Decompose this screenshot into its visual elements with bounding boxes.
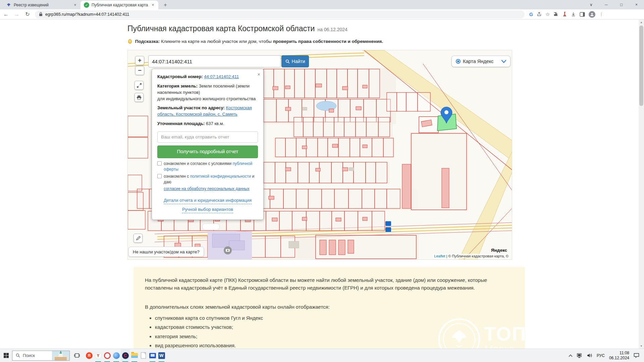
taskbar-app-notepad[interactable] <box>139 349 148 362</box>
search-highlight-image[interactable] <box>52 351 69 360</box>
page-title-text: Публичная кадастровая карта Костромской … <box>127 24 315 33</box>
task-view-button[interactable] <box>72 349 82 362</box>
back-button[interactable]: ← <box>1 10 11 19</box>
address-bar[interactable]: egrp365.ru/map/?kadnum=44:07:141402:411 <box>35 10 525 18</box>
measure-pencil-button[interactable] <box>133 234 143 243</box>
language-indicator[interactable]: РУС <box>597 353 605 358</box>
close-button[interactable]: × <box>629 0 644 9</box>
volume-icon[interactable] <box>587 353 592 358</box>
report-details-link[interactable]: Детали отчета и юридическая информация <box>164 197 252 204</box>
find-button[interactable]: Найти <box>281 55 309 67</box>
tab-close-icon[interactable]: × <box>72 2 78 8</box>
folder-icon <box>131 353 138 358</box>
yandex-watermark: Яндекс <box>491 248 507 253</box>
taskbar-clock[interactable]: 11:08 06.12.2024 <box>609 351 629 361</box>
parcel-info-popup: × Кадастровый номер: 44:07:141402:411 Ка… <box>152 69 264 220</box>
hint-lamp-icon <box>128 39 132 44</box>
download-icon[interactable] <box>571 12 576 17</box>
system-tray: РУС 11:08 06.12.2024 <box>569 351 644 361</box>
chevron-down-icon <box>501 60 506 63</box>
info-paragraph-2: В дополнительных слоях земельной кадастр… <box>145 303 514 311</box>
share-icon[interactable] <box>537 12 542 17</box>
privacy-link[interactable]: политикой конфиденциальности <box>190 174 251 179</box>
tab-search-chevron-icon[interactable]: ∨ <box>584 0 599 9</box>
info-box: На публичной кадастровой карте (ПКК) Кос… <box>133 267 525 349</box>
bookmark-star-icon[interactable]: ☆ <box>545 11 550 17</box>
tab-title: Публичная кадастровая карта К <box>92 3 148 7</box>
scroll-up-arrow[interactable]: ▲ <box>639 19 644 25</box>
taskbar-app-atom-browser[interactable] <box>112 349 121 362</box>
printer-icon <box>137 95 142 100</box>
rosreestr-emblem-icon <box>6 2 11 8</box>
side-panel-icon[interactable] <box>580 12 585 17</box>
google-icon[interactable]: G <box>529 12 533 17</box>
page-title-date: на 06.12.2024 <box>317 27 347 32</box>
reload-button[interactable]: ↻ <box>23 10 32 19</box>
taskbar-app-viewer[interactable] <box>148 349 157 362</box>
taskbar-app-file-explorer[interactable] <box>130 349 139 362</box>
kadnum-label: Кадастровый номер: <box>157 74 203 79</box>
offer-consent-row: ознакомлен и согласен с условиями публич… <box>157 161 258 173</box>
window-controls: ∨ ─ □ × <box>584 0 644 9</box>
minimize-button[interactable]: ─ <box>599 0 614 9</box>
map-search-input[interactable] <box>148 55 281 67</box>
layer-selector[interactable]: Карта Яндекс <box>451 56 511 67</box>
tray-chevron-icon[interactable] <box>569 354 573 357</box>
leaflet-link[interactable]: Leaflet <box>434 254 445 258</box>
personal-data-link[interactable]: согласие на обработку персональных данны… <box>164 186 258 192</box>
not-found-tooltip[interactable]: Не нашли участок/дом на карте? <box>128 247 204 257</box>
page-content: Публичная кадастровая карта Костромской … <box>0 19 644 349</box>
tab-kadastr-map[interactable]: ✓ Публичная кадастровая карта К × <box>80 1 158 9</box>
radio-selected-icon <box>456 59 461 64</box>
kadnum-link[interactable]: 44:07:141402:411 <box>204 74 239 79</box>
taskbar-app-word[interactable]: W <box>157 349 166 362</box>
forward-button[interactable]: → <box>12 10 21 19</box>
hint-label: Подсказка: <box>135 39 160 44</box>
browser-action-icons: G ☆ ⋮ <box>529 11 603 18</box>
taskbar-app-chromium-gost[interactable]: C <box>121 349 130 362</box>
zoom-in-button[interactable]: + <box>135 56 144 65</box>
expand-icon <box>137 83 142 88</box>
flask-icon[interactable] <box>562 12 567 17</box>
taskbar-search-box[interactable]: Поиск <box>12 351 70 361</box>
watermark-logo: ТОП Марке <box>437 317 525 349</box>
scroll-down-arrow[interactable]: ▼ <box>639 343 644 349</box>
cadastral-map[interactable]: + − Найти Карта Яндекс <box>127 50 512 260</box>
tab-close-icon[interactable]: × <box>150 2 156 8</box>
hint-line: Подсказка: Кликните на карте на любой уч… <box>128 39 383 44</box>
layer-label: Карта Яндекс <box>463 59 494 64</box>
manual-select-link[interactable]: Ручной выбор вариантов <box>182 206 233 213</box>
check-favicon: ✓ <box>84 2 89 8</box>
email-input[interactable] <box>157 131 258 143</box>
fullscreen-button[interactable] <box>135 81 144 90</box>
pencil-icon <box>136 236 141 241</box>
tab-reestr[interactable]: Реестр извещений × <box>3 1 80 9</box>
privacy-consent-row: ознакомлен с политикой конфиденциальност… <box>157 174 258 185</box>
profile-avatar[interactable] <box>589 11 595 18</box>
word-icon: W <box>158 352 165 359</box>
network-icon[interactable] <box>577 353 583 358</box>
notification-center-icon[interactable] <box>634 353 639 358</box>
page-scrollbar[interactable]: ▲ ▼ <box>639 19 644 349</box>
page-title: Публичная кадастровая карта Костромской … <box>127 24 347 33</box>
offer-checkbox[interactable] <box>157 161 162 166</box>
taskbar-app-yandex-browser[interactable]: Y <box>94 349 103 362</box>
scrollbar-thumb[interactable] <box>639 25 643 106</box>
taskbar-app-yandex[interactable]: Я <box>85 349 94 362</box>
hint-text: Кликните на карте на любой участок или д… <box>160 39 273 44</box>
print-button[interactable] <box>135 93 144 102</box>
privacy-checkbox[interactable] <box>157 174 162 178</box>
new-tab-button[interactable]: + <box>161 1 170 9</box>
area-row: Уточненная площадь: 637 кв.м. <box>157 121 258 127</box>
start-button[interactable] <box>0 349 12 362</box>
area-value: 637 кв.м. <box>206 121 224 126</box>
maximize-button[interactable]: □ <box>614 0 629 9</box>
taskbar-app-opera[interactable] <box>103 349 112 362</box>
search-icon <box>16 353 20 358</box>
browser-menu-icon[interactable]: ⋮ <box>599 12 603 17</box>
zoom-out-button[interactable]: − <box>135 66 144 75</box>
get-report-button[interactable]: Получить подробный отчет <box>157 145 258 158</box>
popup-close-icon[interactable]: × <box>257 71 260 78</box>
extensions-puzzle-icon[interactable] <box>553 12 559 17</box>
taskbar-apps: Я Y C W <box>85 349 166 362</box>
